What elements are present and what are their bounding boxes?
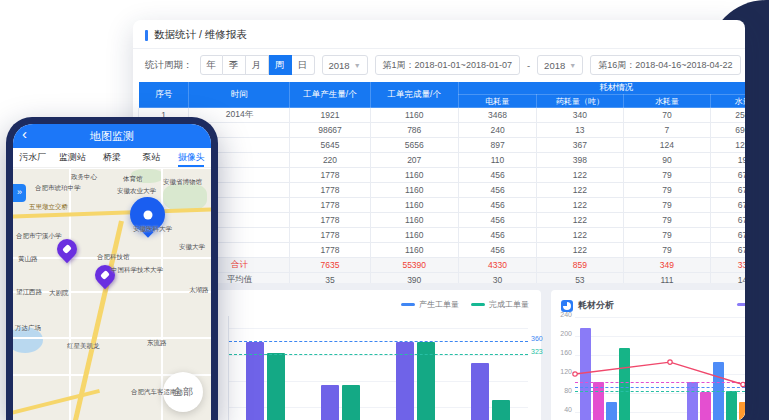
map-poi-label: 东流路 <box>147 339 167 348</box>
map-park-area <box>163 183 207 211</box>
phone-tab-监测站[interactable]: 监测站 <box>53 148 93 167</box>
map-poi-label: 合肥汽车客运南站 <box>131 388 183 397</box>
column-header: 工单完成量/个 <box>370 82 458 108</box>
table-cell: 456 <box>458 168 536 183</box>
table-cell: 67 <box>711 183 745 198</box>
map-poi-label: 合肥市琥珀中学 <box>35 184 81 193</box>
phone-tab-桥梁[interactable]: 桥梁 <box>92 148 132 167</box>
dashboard-window: 数据统计 / 维修报表 统计周期： 年季月周日 2018 ▼ 第1周：2018-… <box>133 20 745 420</box>
map-road <box>13 291 211 293</box>
bar-完成工单量 <box>492 400 510 420</box>
table-cell: 124 <box>623 138 711 153</box>
phone-tab-污水厂[interactable]: 污水厂 <box>13 148 53 167</box>
table-cell: 1160 <box>370 108 458 123</box>
back-chevron-icon[interactable]: ‹ <box>22 125 27 142</box>
phone-tab-泵站[interactable]: 泵站 <box>132 148 172 167</box>
trend-line <box>575 316 745 420</box>
table-row: 298667786240137690 <box>139 123 746 138</box>
sub-column-header: 电耗量 <box>458 95 536 108</box>
table-cell: 4330 <box>458 258 536 273</box>
table-cell: 367 <box>537 138 623 153</box>
legend-item[interactable]: 完成工单量 <box>471 299 529 310</box>
table-cell: 67 <box>711 213 745 228</box>
table-cell: 55390 <box>370 258 458 273</box>
map-poi-label: 太湖路 <box>189 286 209 295</box>
table-cell: 79 <box>623 183 711 198</box>
total-row: 合计763555390433085934933 <box>139 258 746 273</box>
table-cell: 79 <box>623 228 711 243</box>
table-cell: 67 <box>711 198 745 213</box>
chart-legend: 产生工单量完成工单量 <box>401 299 529 310</box>
period-segmented-control: 年季月周日 <box>200 55 315 75</box>
end-year-select[interactable]: 2018 ▼ <box>537 55 583 75</box>
y-axis-tick: 40 <box>564 405 572 412</box>
legend-item[interactable]: 产生工单量 <box>401 299 459 310</box>
map-poi-label: 望江西路 <box>16 288 42 297</box>
period-option-周[interactable]: 周 <box>269 55 292 75</box>
gridline <box>229 328 528 329</box>
end-week-value: 第16周：2018-04-16~2018-04-22 <box>598 59 732 72</box>
map-view[interactable]: 五里墩立交桥 » 全部 政务中心合肥市琥珀中学体育馆安徽农业大学安徽省博物馆安徽… <box>13 169 211 420</box>
table-cell: 1160 <box>370 213 458 228</box>
table-row: 8177811604561227967 <box>139 213 746 228</box>
y-axis-tick: 160 <box>560 348 572 355</box>
table-row: 10177811604561227967 <box>139 243 746 258</box>
period-option-季[interactable]: 季 <box>223 55 246 75</box>
phone-mockup: ‹ 地图监测 污水厂监测站桥梁泵站摄像头 五里墩立交桥 » 全部 政务中心 <box>6 117 218 420</box>
start-year-select[interactable]: 2018 ▼ <box>322 55 368 75</box>
sub-column-header: 水耗量 <box>623 95 711 108</box>
table-row: 12014年19211160346834070250 <box>139 108 746 123</box>
chart-legend-swatch <box>737 303 745 306</box>
average-dashed-line <box>229 341 528 342</box>
table-cell: 122 <box>537 228 623 243</box>
group-header: 耗材情况 <box>458 82 745 95</box>
start-week-input[interactable]: 第1周：2018-01-01~2018-01-07 <box>375 55 520 75</box>
table-cell: 456 <box>458 198 536 213</box>
table-cell: 1160 <box>370 168 458 183</box>
map-road <box>69 169 71 420</box>
filter-toolbar: 统计周期： 年季月周日 2018 ▼ 第1周：2018-01-01~2018-0… <box>133 49 745 81</box>
table-cell: 456 <box>458 213 536 228</box>
period-option-月[interactable]: 月 <box>246 55 269 75</box>
table-row: 42202071103989019 <box>139 153 746 168</box>
table-cell: 122 <box>537 213 623 228</box>
period-option-日[interactable]: 日 <box>292 55 315 75</box>
chevron-down-icon: ▼ <box>569 62 576 69</box>
start-year-value: 2018 <box>329 60 350 71</box>
map-poi-label: 安徽省博物馆 <box>163 178 202 187</box>
map-poi-label: 政务中心 <box>71 173 97 182</box>
table-cell: 122 <box>537 183 623 198</box>
period-option-年[interactable]: 年 <box>200 55 223 75</box>
bar-完成工单量 <box>342 385 360 420</box>
legend-label: 完成工单量 <box>489 299 529 310</box>
table-cell: 79 <box>623 243 711 258</box>
end-week-input[interactable]: 第16周：2018-04-16~2018-04-22 <box>590 55 740 75</box>
table-cell: 67 <box>711 243 745 258</box>
table-cell: 3468 <box>458 108 536 123</box>
map-poi-label: 合肥科技馆 <box>97 253 130 262</box>
table-cell: 1160 <box>370 228 458 243</box>
consumables-bar-line-chart: 2402001601208040 <box>575 316 745 420</box>
map-main-road <box>13 389 100 417</box>
y-axis-tick: 200 <box>560 329 572 336</box>
map-poi-label: 体育馆 <box>123 175 143 184</box>
table-cell: 250 <box>711 108 745 123</box>
y-axis-tick: 120 <box>560 367 572 374</box>
table-row: 9177811604561227967 <box>139 228 746 243</box>
table-cell: 1160 <box>370 198 458 213</box>
average-dashed-line <box>229 354 528 355</box>
bar-产生工单量 <box>471 363 489 420</box>
column-header: 工单产生量/个 <box>290 82 370 108</box>
period-label: 统计周期： <box>145 59 193 72</box>
phone-tab-摄像头[interactable]: 摄像头 <box>171 148 211 167</box>
phone-screen: ‹ 地图监测 污水厂监测站桥梁泵站摄像头 五里墩立交桥 » 全部 政务中心 <box>13 124 211 420</box>
table-cell: 1921 <box>290 108 370 123</box>
map-poi-label: 安徽医科大学 <box>133 225 172 234</box>
column-header: 序号 <box>139 82 189 108</box>
map-expand-button[interactable]: » <box>13 184 26 202</box>
table-cell: 690 <box>711 123 745 138</box>
chevron-down-icon: ▼ <box>354 62 361 69</box>
table-cell: 122 <box>537 243 623 258</box>
start-week-value: 第1周：2018-01-01~2018-01-07 <box>383 59 512 72</box>
table-cell: 5645 <box>290 138 370 153</box>
